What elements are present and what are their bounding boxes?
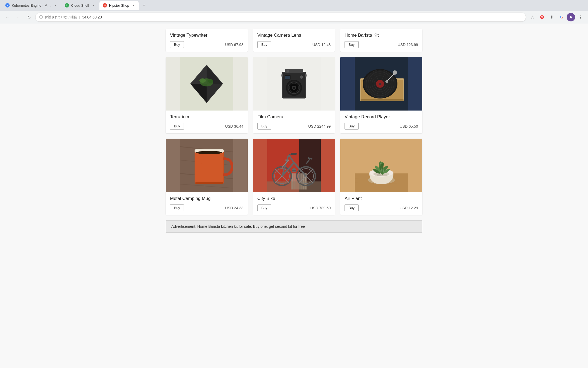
buy-button-vintage-typewriter[interactable]: Buy — [170, 41, 184, 48]
svg-text:あ: あ — [561, 16, 563, 19]
reload-button[interactable]: ↻ — [25, 13, 33, 21]
vivaldi-icon[interactable]: V — [538, 13, 546, 21]
page-content: Vintage Typewriter Buy USD 67.98 Vintage… — [0, 24, 588, 368]
buy-button-air-plant[interactable]: Buy — [345, 204, 358, 211]
product-card-air-plant: Air Plant Buy USD 12.29 — [340, 139, 422, 215]
new-tab-button[interactable]: + — [140, 2, 148, 9]
product-footer-city-bike: Buy USD 789.50 — [257, 204, 331, 211]
product-grid: Terrarium Buy USD 36.44 — [166, 57, 422, 215]
product-card-vintage-record-player: Vintage Record Player Buy USD 65.50 — [340, 57, 422, 133]
tab-close-kubernetes[interactable]: × — [53, 3, 58, 7]
svg-rect-30 — [305, 74, 307, 77]
bookmark-button[interactable]: ☆ — [528, 13, 537, 21]
product-footer-vintage-typewriter: Buy USD 67.98 — [170, 41, 243, 48]
product-card-vintage-camera-lens: Vintage Camera Lens Buy USD 12.48 — [253, 29, 335, 52]
svg-point-58 — [196, 151, 222, 154]
product-price-film-camera: USD 2244.99 — [308, 124, 331, 128]
product-info-terrarium: Terrarium Buy USD 36.44 — [166, 111, 248, 133]
address-bar[interactable]: ⓘ 保護されていない通信 | 34.84.68.23 — [35, 13, 526, 22]
download-button[interactable]: ⬇ — [547, 13, 556, 21]
product-image-city-bike — [253, 139, 335, 192]
tab-cloud-shell[interactable]: C Cloud Shell × — [61, 1, 99, 10]
tab-favicon-kubernetes: K — [5, 3, 10, 7]
product-card-home-barista-kit: Home Barista Kit Buy USD 123.99 — [340, 29, 422, 52]
advertisement-text: Advertisement: Home Barista kitchen kit … — [171, 224, 305, 229]
product-price-record-player: USD 65.50 — [400, 124, 418, 128]
advertisement-banner: Advertisement: Home Barista kitchen kit … — [166, 220, 422, 233]
product-name-coffee-mug: Metal Camping Mug — [170, 196, 243, 201]
buy-button-vintage-camera-lens[interactable]: Buy — [257, 41, 271, 48]
product-footer-terrarium: Buy USD 36.44 — [170, 123, 243, 130]
svg-point-47 — [385, 80, 388, 83]
svg-point-44 — [379, 83, 381, 85]
profile-button[interactable]: A — [567, 13, 575, 21]
buy-button-terrarium[interactable]: Buy — [170, 123, 184, 130]
product-price-terrarium: USD 36.44 — [225, 124, 243, 128]
forward-button[interactable]: → — [14, 13, 22, 21]
buy-button-record-player[interactable]: Buy — [345, 123, 358, 130]
tab-favicon-hipster-shop: H — [103, 3, 107, 7]
product-name-air-plant: Air Plant — [345, 196, 418, 201]
buy-button-coffee-mug[interactable]: Buy — [170, 204, 184, 211]
product-image-terrarium — [166, 57, 248, 111]
product-image-air-plant — [340, 139, 422, 192]
translate-button[interactable]: Aあ — [557, 13, 566, 21]
product-name-city-bike: City Bike — [257, 196, 331, 201]
security-icon: ⓘ — [39, 15, 43, 20]
toolbar-icons: ☆ V ⬇ Aあ A ⋮ — [528, 13, 585, 21]
tab-kubernetes[interactable]: K Kubernetes Engine - My Proje... × — [2, 1, 61, 10]
buy-button-city-bike[interactable]: Buy — [257, 204, 271, 211]
product-name-record-player: Vintage Record Player — [345, 114, 418, 120]
tab-favicon-cloud-shell: C — [65, 3, 69, 7]
svg-point-27 — [300, 75, 303, 79]
product-price-coffee-mug: USD 24.33 — [225, 206, 243, 210]
svg-point-24 — [293, 87, 295, 89]
product-info-city-bike: City Bike Buy USD 789.50 — [253, 192, 335, 215]
product-footer-film-camera: Buy USD 2244.99 — [257, 123, 331, 130]
product-info-coffee-mug: Metal Camping Mug Buy USD 24.33 — [166, 192, 248, 215]
svg-rect-29 — [281, 74, 283, 77]
svg-rect-60 — [201, 163, 202, 164]
buy-button-home-barista-kit[interactable]: Buy — [345, 41, 358, 48]
product-name-home-barista-kit: Home Barista Kit — [345, 33, 418, 38]
product-name-vintage-camera-lens: Vintage Camera Lens — [257, 33, 331, 38]
product-price-vintage-typewriter: USD 67.98 — [225, 43, 243, 47]
product-footer-home-barista-kit: Buy USD 123.99 — [345, 41, 418, 48]
product-card-vintage-typewriter: Vintage Typewriter Buy USD 67.98 — [166, 29, 248, 52]
product-card-film-camera: Film Camera Buy USD 2244.99 — [253, 57, 335, 133]
svg-rect-48 — [361, 99, 404, 101]
product-image-record-player — [340, 57, 422, 111]
tab-close-cloud-shell[interactable]: × — [91, 3, 96, 7]
menu-button[interactable]: ⋮ — [576, 13, 585, 21]
svg-point-46 — [393, 70, 397, 75]
svg-text:V: V — [541, 16, 543, 19]
product-name-terrarium: Terrarium — [170, 114, 243, 120]
tab-close-hipster-shop[interactable]: × — [131, 3, 136, 7]
top-row-products: Vintage Typewriter Buy USD 67.98 Vintage… — [166, 29, 422, 52]
svg-point-108 — [377, 174, 381, 176]
product-footer-vintage-camera-lens: Buy USD 12.48 — [257, 41, 331, 48]
svg-rect-26 — [285, 76, 290, 79]
buy-button-film-camera[interactable]: Buy — [257, 123, 271, 130]
svg-rect-55 — [195, 150, 223, 183]
product-price-vintage-camera-lens: USD 12.48 — [312, 43, 331, 47]
svg-point-12 — [208, 79, 213, 83]
product-card-terrarium: Terrarium Buy USD 36.44 — [166, 57, 248, 133]
svg-rect-94 — [291, 153, 297, 155]
product-card-city-bike: City Bike Buy USD 789.50 — [253, 139, 335, 215]
svg-point-11 — [199, 78, 206, 83]
product-price-home-barista-kit: USD 123.99 — [398, 43, 418, 47]
product-name-vintage-typewriter: Vintage Typewriter — [170, 33, 243, 38]
product-name-film-camera: Film Camera — [257, 114, 331, 120]
product-footer-air-plant: Buy USD 12.29 — [345, 204, 418, 211]
product-footer-record-player: Buy USD 65.50 — [345, 123, 418, 130]
tab-bar: K Kubernetes Engine - My Proje... × C Cl… — [0, 0, 588, 11]
product-footer-coffee-mug: Buy USD 24.33 — [170, 204, 243, 211]
back-button[interactable]: ← — [3, 13, 12, 21]
tab-hipster-shop[interactable]: H Hipster Shop × — [99, 1, 139, 10]
security-warning: 保護されていない通信 — [45, 15, 77, 20]
product-card-metal-camping-mug: Metal Camping Mug Buy USD 24.33 — [166, 139, 248, 215]
address-url: 34.84.68.23 — [82, 15, 522, 19]
address-separator: | — [79, 15, 80, 19]
svg-rect-59 — [195, 182, 223, 184]
